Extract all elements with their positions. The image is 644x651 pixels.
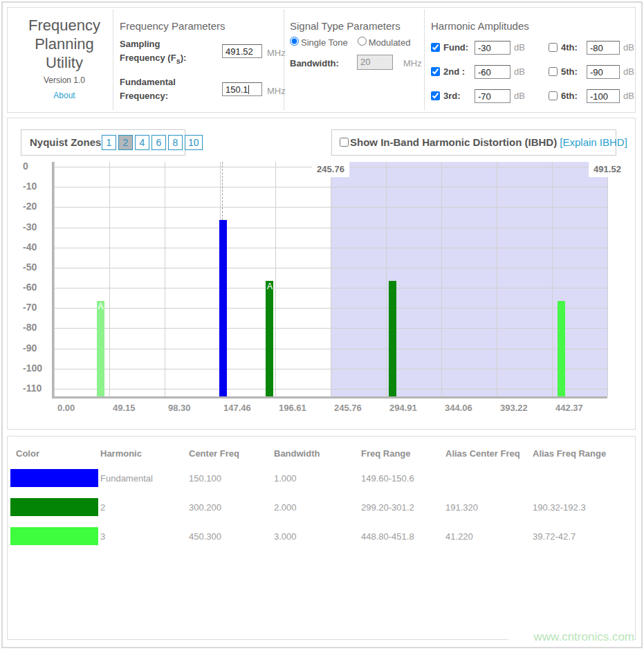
- cell-freq-range: 299.20-301.2: [353, 493, 437, 522]
- x-axis-tick-label: 344.06: [445, 403, 472, 413]
- cell-center-freq: 300.200: [181, 493, 266, 522]
- harmonic-amplitude-input-3rd[interactable]: -70: [475, 89, 510, 103]
- y-axis-tick-label: -10: [23, 181, 37, 192]
- y-gridline: [54, 349, 607, 349]
- chart-bar-2nd-harmonic: [389, 281, 396, 396]
- harmonic-table-body: Fundamental150.1001.000149.60-150.62300.…: [8, 464, 635, 551]
- x-gridline: [165, 162, 165, 396]
- alias-marker-label: A: [266, 282, 273, 291]
- y-axis-tick-label: -110: [23, 383, 42, 394]
- cell-center-freq: 150.100: [181, 464, 266, 493]
- x-axis-tick-label: 0.00: [57, 403, 75, 413]
- signal-type-title: Signal Type Parameters: [290, 20, 401, 32]
- harmonic-amplitude-input-6th[interactable]: -100: [587, 89, 620, 103]
- harmonic-amplitude-input-5th[interactable]: -90: [587, 65, 620, 79]
- cell-alias-freq-range: 39.72-42.7: [524, 522, 635, 551]
- zone-end-label: 491.52: [589, 162, 626, 177]
- signal-type-option-label: Single Tone: [301, 37, 348, 48]
- bandwidth-label: Bandwidth:: [290, 58, 339, 68]
- harmonic-checkbox-3rd[interactable]: [431, 91, 440, 100]
- harmonic-color-swatch: [10, 527, 98, 545]
- x-gridline: [109, 162, 110, 396]
- harmonic-label-6th: 6th:: [561, 91, 583, 101]
- table-header-harmonic: Harmonic: [92, 443, 181, 464]
- harmonic-checkbox-5th[interactable]: [549, 67, 558, 76]
- chart-bar-alias-of-3rd-harmonic: A: [97, 301, 104, 396]
- y-axis-tick-label: -40: [23, 241, 37, 253]
- y-axis-tick-label: -90: [23, 342, 37, 354]
- cell-bandwidth: 3.000: [266, 522, 353, 551]
- harmonic-amplitude-input-2nd[interactable]: -60: [475, 65, 510, 79]
- harmonic-unit-label: dB: [514, 42, 525, 53]
- harmonic-amplitude-row-2nd: 2nd :-60dB: [431, 65, 549, 79]
- y-gridline: [54, 308, 607, 309]
- cell-center-freq: 450.300: [181, 522, 266, 551]
- harmonic-amplitudes-title: Harmonic Amplitudes: [431, 20, 529, 32]
- frequency-planning-utility-app: Frequency Planning Utility Version 1.0 A…: [0, 0, 644, 651]
- harmonic-table-header-row: ColorHarmonicCenter FreqBandwidthFreq Ra…: [8, 443, 635, 464]
- y-gridline: [54, 228, 607, 228]
- version-label: Version 1.0: [16, 75, 113, 85]
- panel-divider: [113, 10, 113, 110]
- x-axis-tick-label: 442.37: [555, 403, 583, 413]
- y-gridline: [54, 248, 607, 248]
- watermark: www.cntronics.com: [508, 628, 634, 646]
- alias-marker-label: A: [97, 302, 104, 311]
- fundamental-frequency-input[interactable]: 150.1: [222, 82, 262, 96]
- cell-bandwidth: 2.000: [266, 493, 353, 522]
- y-axis-line: [52, 162, 54, 398]
- harmonic-amplitude-input-4th[interactable]: -80: [587, 41, 620, 55]
- text-caret: [248, 85, 249, 94]
- harmonic-unit-label: dB: [623, 66, 634, 77]
- zone-start-label: 245.76: [312, 162, 349, 177]
- cell-alias-center-freq: 41.220: [437, 522, 524, 551]
- table-header-alias-freq-range: Alias Freq Range: [524, 443, 635, 464]
- cell-alias-center-freq: [437, 464, 524, 493]
- y-axis-tick-label: -30: [23, 221, 37, 232]
- bandwidth-input: 20: [357, 55, 393, 70]
- y-gridline: [54, 207, 607, 208]
- harmonic-label-5th: 5th:: [561, 66, 583, 77]
- harmonic-checkbox-fund[interactable]: [431, 43, 440, 52]
- x-gridline: [275, 162, 276, 396]
- sampling-frequency-input[interactable]: 491.52: [222, 44, 262, 58]
- cell-harmonic: Fundamental: [92, 464, 181, 493]
- fundamental-frequency-label-2: Frequency:: [120, 91, 168, 101]
- harmonic-label-2nd: 2nd :: [443, 66, 471, 77]
- harmonic-amplitude-row-6th: 6th:-100dB: [549, 89, 634, 103]
- harmonic-unit-label: dB: [623, 91, 634, 101]
- x-gridline: [607, 162, 608, 396]
- x-gridline: [54, 162, 55, 396]
- x-gridline: [497, 162, 497, 396]
- y-axis-tick-label: -60: [23, 282, 37, 293]
- harmonic-checkbox-6th[interactable]: [549, 91, 558, 100]
- x-gridline: [386, 162, 387, 396]
- cell-freq-range: 149.60-150.6: [353, 464, 437, 493]
- about-link[interactable]: About: [16, 91, 113, 100]
- harmonic-amplitude-input-fund[interactable]: -30: [475, 41, 510, 55]
- table-header-bandwidth: Bandwidth: [266, 443, 353, 464]
- harmonic-unit-label: dB: [514, 66, 525, 77]
- single-tone-radio[interactable]: [290, 37, 299, 46]
- y-axis-tick-label: -80: [23, 322, 37, 333]
- signal-type-option[interactable]: Modulated: [358, 37, 411, 48]
- sampling-frequency-label-2: Frequency (Fs):: [120, 53, 186, 65]
- harmonic-checkbox-2nd[interactable]: [431, 67, 440, 76]
- signal-type-option[interactable]: Single Tone: [290, 37, 348, 48]
- harmonic-checkbox-4th[interactable]: [549, 43, 558, 52]
- table-row: Fundamental150.1001.000149.60-150.6: [8, 464, 635, 493]
- sampling-frequency-unit: MHz: [267, 48, 286, 58]
- color-cell: [8, 522, 92, 551]
- harmonic-color-swatch: [10, 498, 98, 516]
- fundamental-dashed-guide: [222, 162, 223, 220]
- x-axis-tick-label: 49.15: [113, 403, 136, 413]
- cell-alias-center-freq: 191.320: [437, 493, 524, 522]
- modulated-radio[interactable]: [358, 37, 367, 46]
- x-axis-tick-label: 294.91: [389, 403, 417, 413]
- y-axis-tick-label: -100: [23, 363, 42, 374]
- fundamental-frequency-label: Fundamental: [120, 77, 176, 87]
- chart-panel: Nyquist Zones: 1246810 Show In-Band Harm…: [7, 118, 636, 430]
- harmonic-unit-label: dB: [623, 42, 634, 53]
- frequency-parameters-title: Frequency Parameters: [120, 20, 226, 32]
- y-axis-tick-label: -70: [23, 302, 37, 313]
